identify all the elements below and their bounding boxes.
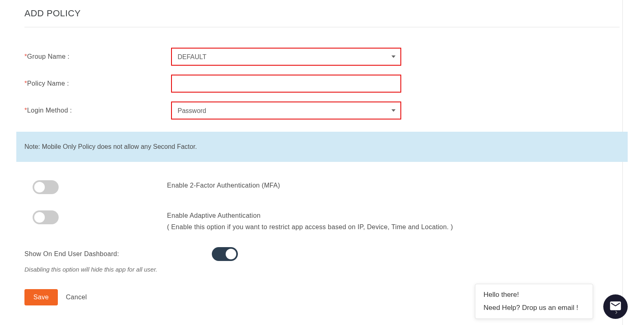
chat-help-text: Need Help? Drop us an email ! [484,304,585,312]
form-row-policy-name: *Policy Name : [24,75,620,93]
toggle-row-adaptive: Enable Adaptive Authentication ( Enable … [24,210,620,231]
scroll-indicator [613,310,619,317]
policy-name-input[interactable] [171,75,401,93]
login-method-select-wrapper: Password [171,102,401,119]
login-method-label-text: Login Method : [27,107,72,114]
mfa-toggle-label: Enable 2-Factor Authentication (MFA) [167,180,280,191]
login-method-select[interactable]: Password [171,102,401,119]
divider [24,27,620,27]
group-name-select-wrapper: DEFAULT [171,48,401,66]
login-method-label: *Login Method : [24,107,171,114]
toggle-cell-mfa [24,180,167,194]
save-button[interactable]: Save [24,289,58,305]
dashboard-row: Show On End User Dashboard: [24,247,620,261]
adaptive-label-container: Enable Adaptive Authentication ( Enable … [167,210,453,231]
toggle-section: Enable 2-Factor Authentication (MFA) Ena… [24,180,620,231]
chat-greeting: Hello there! [484,291,585,299]
cancel-button[interactable]: Cancel [66,294,87,301]
form-row-login-method: *Login Method : Password [24,102,620,119]
form-row-group-name: *Group Name : DEFAULT [24,48,620,66]
adaptive-toggle[interactable] [33,210,59,224]
chevron-right-icon [613,310,619,316]
chat-popup: Hello there! Need Help? Drop us an email… [475,284,593,319]
policy-name-label: *Policy Name : [24,80,171,87]
adaptive-toggle-hint: ( Enable this option if you want to rest… [167,223,453,231]
toggle-knob [34,182,45,192]
toggle-knob [34,212,45,223]
policy-name-label-text: Policy Name : [27,80,69,87]
dashboard-toggle[interactable] [212,247,238,261]
toggle-row-mfa: Enable 2-Factor Authentication (MFA) [24,180,620,194]
note-text: Note: Mobile Only Policy does not allow … [24,143,197,150]
dashboard-hint: Disabling this option will hide this app… [24,266,620,273]
mfa-toggle[interactable] [33,180,59,194]
dashboard-toggle-label: Show On End User Dashboard: [24,250,212,258]
adaptive-toggle-label: Enable Adaptive Authentication [167,210,453,221]
note-box: Note: Mobile Only Policy does not allow … [16,132,628,162]
content-wrapper: ADD POLICY *Group Name : DEFAULT *Policy… [0,0,644,314]
group-name-select[interactable]: DEFAULT [171,48,401,66]
group-name-label: *Group Name : [24,53,171,60]
group-name-label-text: Group Name : [27,53,70,60]
toggle-cell-adaptive [24,210,167,224]
toggle-knob [226,249,236,259]
page-title: ADD POLICY [24,8,620,19]
